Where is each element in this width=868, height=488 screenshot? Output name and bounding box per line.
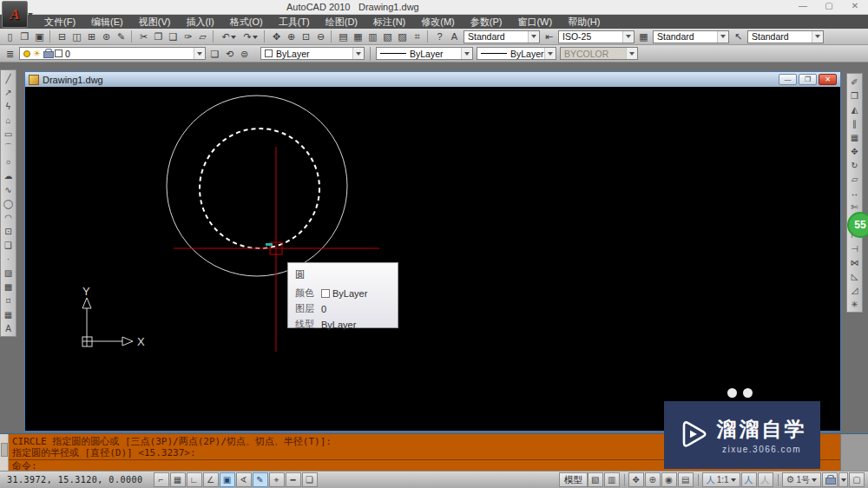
icon-multileader-style[interactable]: ↖ — [731, 30, 746, 43]
window-close[interactable]: ✕ — [849, 1, 861, 10]
toolbar-markup[interactable]: ✎ — [114, 30, 128, 43]
draw-hatch[interactable]: ▨ — [1, 266, 16, 280]
workspace-switching-button[interactable]: ⚙ 1号 — [782, 472, 821, 487]
toggle-polar[interactable]: ∠ — [203, 472, 219, 487]
toolbar-properties[interactable]: ▤ — [336, 30, 351, 43]
layer-freeze-sun-icon[interactable]: ☀ — [33, 49, 41, 58]
toggle-ortho[interactable]: ∟ — [187, 472, 202, 487]
toolbar-sheet-set-manager[interactable]: ▧ — [380, 30, 395, 43]
draw-circle[interactable]: ○ — [1, 155, 16, 168]
modify-rotate[interactable]: ↻ — [847, 158, 862, 172]
command-window-grip[interactable] — [840, 434, 868, 472]
draw-polygon[interactable]: ⌂ — [1, 113, 16, 127]
icon-text-style[interactable]: A — [447, 30, 462, 43]
model-space-button[interactable]: 模型 — [559, 472, 588, 487]
clean-screen-button[interactable]: ▢ — [849, 472, 865, 487]
chevron-down-icon[interactable] — [812, 31, 823, 43]
draw-polyline[interactable]: ϟ — [1, 99, 16, 113]
toolbar-plot[interactable]: ⊟ — [55, 30, 69, 43]
nav-showmotion[interactable]: ▤ — [678, 472, 694, 487]
menu-format[interactable]: 格式(O) — [222, 15, 271, 29]
combo-text-style[interactable]: Standard — [464, 30, 540, 43]
nav-zoom[interactable]: ⊕ — [645, 472, 661, 487]
toolbar-tool-palettes[interactable]: ▥ — [365, 30, 380, 43]
layer-tool-make-object-layer-current[interactable]: ❏ — [207, 47, 222, 61]
toggle-otrack[interactable]: ∢ — [236, 472, 252, 487]
toolbar-copy-clip[interactable]: ❐ — [151, 30, 166, 43]
combo-multileader-style[interactable]: Standard — [747, 30, 824, 43]
toggle-lwt[interactable]: ━ — [286, 472, 301, 487]
toolbar-open[interactable]: ❒ — [17, 30, 32, 43]
toggle-dyn[interactable]: ⌖ — [269, 472, 285, 487]
modify-explode[interactable]: ✳ — [847, 297, 862, 311]
menu-view[interactable]: 视图(V) — [131, 15, 179, 29]
modify-move[interactable]: ✥ — [847, 144, 862, 158]
menu-file[interactable]: 文件(F) — [36, 15, 83, 29]
chevron-down-icon[interactable] — [717, 31, 728, 43]
modify-break[interactable]: ⊣ — [847, 241, 862, 255]
menu-modify[interactable]: 修改(M) — [413, 15, 463, 29]
toggle-grid[interactable]: ▦ — [170, 472, 186, 487]
modify-fillet[interactable]: ◿ — [847, 283, 862, 297]
menu-edit[interactable]: 编辑(E) — [83, 15, 131, 29]
toggle-osnap[interactable]: ▣ — [220, 472, 235, 487]
toolbar-publish[interactable]: ⊞ — [84, 30, 99, 43]
toggle-ducs[interactable]: ✎ — [253, 472, 268, 487]
toggle-snap[interactable]: ⌐ — [154, 472, 169, 487]
menu-parametric[interactable]: 参数(P) — [463, 15, 510, 29]
quick-view-layouts[interactable]: ▧ — [588, 472, 603, 487]
draw-multiline-text[interactable]: A — [1, 321, 16, 335]
modify-erase[interactable]: ✐ — [847, 75, 862, 89]
draw-revision-cloud[interactable]: ☁ — [1, 168, 16, 182]
command-scrollbar[interactable] — [0, 434, 9, 472]
chevron-down-icon[interactable] — [352, 48, 364, 59]
toolbar-zoom-realtime[interactable]: ⊕ — [284, 30, 299, 43]
draw-point[interactable]: · — [1, 252, 16, 266]
toolbar-designcenter[interactable]: ▦ — [351, 30, 365, 43]
draw-construction-line[interactable]: ↗ — [1, 85, 16, 99]
linetype-combo[interactable]: ByLayer — [376, 47, 473, 60]
layer-properties-manager-button[interactable]: ≣ — [3, 47, 17, 61]
annotation-scale-button[interactable]: 人 1:1 — [702, 472, 740, 487]
draw-ellipse-arc[interactable]: ◠ — [1, 210, 16, 224]
modify-offset[interactable]: ∥ — [847, 116, 862, 130]
toolbar-lock-button[interactable] — [822, 472, 838, 487]
layer-tool-layer-states[interactable]: ⊜ — [237, 47, 252, 61]
color-combo[interactable]: ByLayer — [260, 47, 365, 60]
combo-dim-style[interactable]: ISO-25 — [558, 30, 635, 43]
draw-region[interactable]: ⌑ — [1, 293, 16, 307]
scrollbar-thumb[interactable] — [1, 443, 8, 457]
toolbar-block-editor[interactable]: ▱ — [195, 30, 210, 43]
icon-table-style[interactable]: ▦ — [636, 30, 651, 43]
layer-lock-icon[interactable] — [43, 49, 52, 58]
menu-dimension[interactable]: 标注(N) — [365, 15, 413, 29]
chevron-down-icon[interactable] — [622, 31, 634, 43]
draw-make-block[interactable]: ❑ — [1, 238, 16, 252]
toolbar-cut[interactable]: ✂ — [136, 30, 151, 43]
overlay-badge[interactable]: 55 — [847, 212, 868, 238]
nav-steering-wheel[interactable]: ◉ — [661, 472, 677, 487]
icon-dim-style[interactable]: ⇤ — [542, 30, 556, 43]
toolbar-undo[interactable]: ↶ — [218, 30, 240, 43]
toolbar-pan-realtime[interactable]: ✥ — [269, 30, 284, 43]
toolbar-quickcalc[interactable]: ⌗ — [410, 30, 424, 43]
toolbar-separator[interactable] — [331, 30, 334, 43]
toolbar-separator[interactable] — [427, 30, 431, 43]
draw-insert-block[interactable]: ⊡ — [1, 224, 16, 238]
coordinates-readout[interactable]: 31.3972, 15.3120, 0.0000 — [0, 475, 154, 485]
layer-combo[interactable]: ☀ 0 — [19, 47, 206, 60]
drawing-canvas[interactable]: Y X 圆 颜色 ByLayer — [25, 87, 840, 431]
toolbar-match-properties[interactable]: ✑ — [181, 30, 195, 43]
drawing-window-close[interactable]: ✕ — [819, 74, 837, 85]
draw-table[interactable]: ▦ — [1, 307, 16, 321]
modify-join[interactable]: ⋈ — [847, 255, 862, 269]
toolbar-help[interactable]: ? — [432, 30, 447, 43]
chevron-down-icon[interactable] — [528, 31, 539, 43]
annotation-visibility-button[interactable]: 人 — [741, 472, 757, 487]
toolbar-redo[interactable]: ↷ — [240, 30, 261, 43]
menu-draw[interactable]: 绘图(D) — [318, 15, 365, 29]
drawing-window-minimize[interactable]: — — [779, 74, 797, 85]
toolbar-separator[interactable] — [264, 30, 267, 43]
status-menu-button[interactable] — [838, 472, 848, 487]
drawing-window-titlebar[interactable]: Drawing1.dwg —❐✕ — [25, 72, 840, 87]
